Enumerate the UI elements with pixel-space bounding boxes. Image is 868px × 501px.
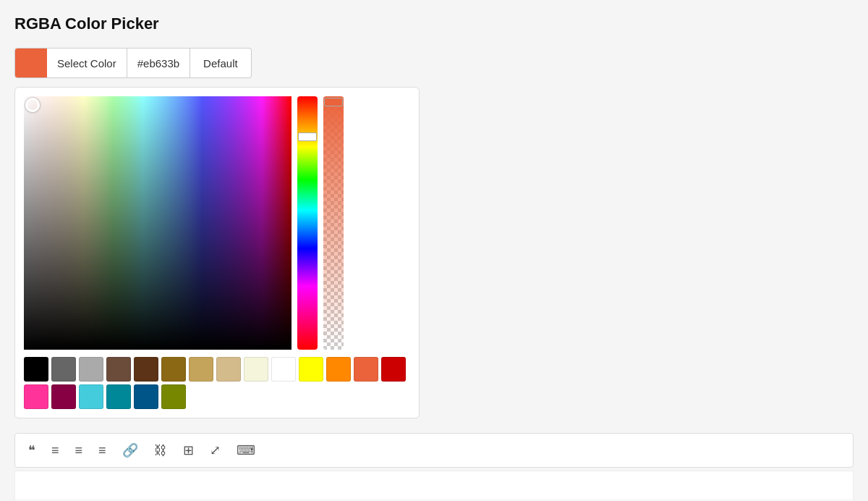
swatch-cyan[interactable] xyxy=(79,384,103,409)
swatch-orange[interactable] xyxy=(326,357,351,382)
align-left-icon[interactable]: ≡ xyxy=(47,440,64,461)
swatches-container xyxy=(24,357,410,409)
swatch-black[interactable] xyxy=(24,357,48,382)
swatch-teal[interactable] xyxy=(106,384,131,409)
swatch-tan[interactable] xyxy=(189,357,213,382)
content-line xyxy=(15,471,853,500)
content-lines xyxy=(14,471,854,501)
swatch-red[interactable] xyxy=(381,357,406,382)
page-title: RGBA Color Picker xyxy=(14,14,854,33)
alpha-slider[interactable] xyxy=(323,96,344,350)
swatch-light-tan[interactable] xyxy=(216,357,241,382)
hue-slider[interactable] xyxy=(297,96,318,350)
default-button[interactable]: Default xyxy=(190,48,252,78)
swatch-olive-brown[interactable] xyxy=(161,357,186,382)
black-gradient-layer xyxy=(24,96,292,350)
swatch-olive[interactable] xyxy=(161,384,186,409)
alpha-thumb xyxy=(324,98,343,106)
picker-panel xyxy=(14,87,420,418)
unlink-icon[interactable]: ⛓ xyxy=(150,440,171,461)
swatch-hot-pink[interactable] xyxy=(24,384,48,409)
hue-thumb xyxy=(298,132,317,141)
select-color-button[interactable]: Select Color xyxy=(14,48,127,78)
picker-body xyxy=(24,96,410,350)
gradient-canvas[interactable] xyxy=(24,96,292,350)
link-icon[interactable]: 🔗 xyxy=(118,439,142,461)
select-color-label: Select Color xyxy=(47,57,127,70)
color-picker-header: Select Color #eb633b Default xyxy=(14,48,854,78)
blockquote-icon[interactable]: ❝ xyxy=(24,439,40,461)
hex-value-display[interactable]: #eb633b xyxy=(127,48,190,78)
swatch-brown[interactable] xyxy=(134,357,158,382)
align-right-icon[interactable]: ≡ xyxy=(94,440,111,461)
swatch-dark-magenta[interactable] xyxy=(51,384,76,409)
swatch-beige[interactable] xyxy=(244,357,268,382)
swatch-dark-brown[interactable] xyxy=(106,357,131,382)
swatch-light-gray[interactable] xyxy=(79,357,103,382)
align-center-icon[interactable]: ≡ xyxy=(71,440,88,461)
alpha-gradient xyxy=(323,96,344,350)
color-swatch xyxy=(15,48,47,78)
swatch-dark-blue[interactable] xyxy=(134,384,158,409)
swatch-yellow[interactable] xyxy=(299,357,323,382)
swatch-dark-gray[interactable] xyxy=(51,357,76,382)
swatch-white[interactable] xyxy=(271,357,296,382)
swatch-red-orange[interactable] xyxy=(354,357,378,382)
fullscreen-icon[interactable]: ⤢ xyxy=(205,439,225,461)
toolbar-area: ❝≡≡≡🔗⛓⊞⤢⌨ xyxy=(14,433,854,468)
keyboard-icon[interactable]: ⌨ xyxy=(232,439,260,461)
table-icon[interactable]: ⊞ xyxy=(179,439,198,461)
